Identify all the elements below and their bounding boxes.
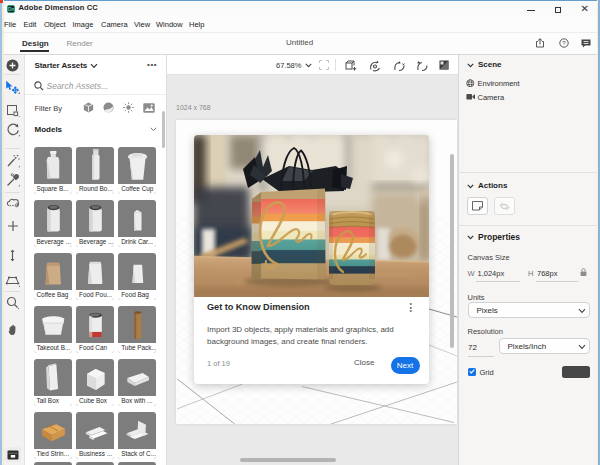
svg-text:?: ? (562, 40, 566, 46)
